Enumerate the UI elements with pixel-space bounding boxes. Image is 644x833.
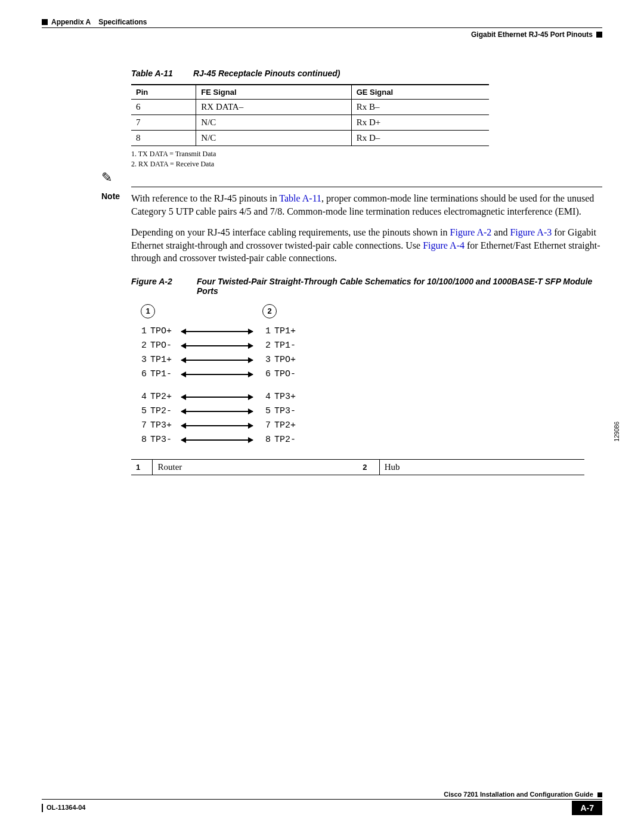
page-header: Appendix A Specifications [42, 18, 602, 28]
header-marker-icon [42, 19, 48, 25]
xref-figure-a3[interactable]: Figure A-3 [510, 227, 552, 237]
table-row: 6 RX DATA– Rx B– [131, 100, 489, 115]
cell-ge: Rx D– [351, 131, 489, 146]
xref-figure-a4[interactable]: Figure A-4 [423, 240, 465, 250]
page-number: A-7 [572, 801, 602, 815]
cell-ge: Rx B– [351, 100, 489, 115]
legend-key: 2 [358, 459, 379, 475]
col-ge-signal: GE Signal [351, 85, 489, 100]
page-footer: Cisco 7201 Installation and Configuratio… [42, 791, 602, 815]
double-arrow-icon [181, 439, 253, 441]
double-arrow-icon [181, 397, 253, 398]
table-title: RJ-45 Receptacle Pinouts continued) [193, 69, 340, 78]
para-text: Depending on your RJ-45 interface cablin… [131, 227, 450, 237]
table-row: 7 N/C Rx D+ [131, 115, 489, 131]
figure-title: Four Twisted-Pair Straight-Through Cable… [197, 277, 602, 296]
appendix-title: Specifications [98, 18, 147, 26]
doc-number: OL-11364-04 [47, 804, 85, 811]
wire-row: 4TP2+4TP3+ [137, 390, 602, 404]
wire-row: 3TP1+3TPO+ [137, 353, 602, 367]
col-fe-signal: FE Signal [196, 85, 351, 100]
legend-key: 1 [131, 459, 153, 475]
wire-row: 8TP3-8TP2- [137, 433, 602, 447]
wire-row: 1TPO+1TP1+ [137, 324, 602, 339]
artwork-number: 129086 [614, 422, 620, 441]
cell-ge: Rx D+ [351, 115, 489, 131]
wire-row: 2TPO-2TP1- [137, 339, 602, 353]
footnote: 1. TX DATA = Transmit Data [131, 150, 602, 159]
double-arrow-icon [181, 360, 253, 361]
section-title: Gigabit Ethernet RJ-45 Port Pinouts [471, 30, 593, 39]
table-caption: Table A-11 RJ-45 Receptacle Pinouts cont… [131, 69, 602, 78]
guide-title: Cisco 7201 Installation and Configuratio… [444, 791, 593, 798]
cell-fe: N/C [196, 131, 351, 146]
table-row: 8 N/C Rx D– [131, 131, 489, 146]
note-text: With reference to the RJ-45 pinouts in T… [131, 192, 602, 218]
endpoint-marker-1: 1 [141, 304, 155, 318]
double-arrow-icon [181, 374, 253, 375]
note-pre: With reference to the RJ-45 pinouts in [131, 193, 279, 203]
endpoint-marker-2: 2 [262, 304, 277, 318]
para-text: and [491, 227, 510, 237]
wire-row: 6TP1-6TPO- [137, 367, 602, 382]
note-label: Note [101, 191, 120, 201]
col-pin: Pin [131, 85, 196, 100]
table-footnotes: 1. TX DATA = Transmit Data 2. RX DATA = … [131, 150, 602, 169]
figure-number: Figure A-2 [131, 277, 197, 296]
pencil-icon: ✎ [101, 170, 112, 185]
figure-legend: 1 Router 2 Hub [131, 459, 584, 475]
body-paragraph: Depending on your RJ-45 interface cablin… [131, 226, 602, 265]
pinout-table: Pin FE Signal GE Signal 6 RX DATA– Rx B–… [131, 84, 489, 146]
footer-bar-icon [42, 804, 43, 812]
section-header: Gigabit Ethernet RJ-45 Port Pinouts [42, 30, 602, 39]
figure-caption: Figure A-2 Four Twisted-Pair Straight-Th… [131, 277, 602, 296]
cell-pin: 6 [131, 100, 196, 115]
double-arrow-icon [181, 425, 253, 426]
cable-schematic: 1 2 1TPO+1TP1+ 2TPO-2TP1- 3TP1+3TPO+ 6TP… [137, 304, 602, 447]
xref-table-a11[interactable]: Table A-11 [279, 193, 321, 203]
wire-row: 7TP3+7TP2+ [137, 419, 602, 433]
table-number: Table A-11 [131, 69, 191, 78]
cell-pin: 8 [131, 131, 196, 146]
appendix-label: Appendix A [51, 18, 91, 26]
footnote: 2. RX DATA = Receive Data [131, 160, 602, 169]
double-arrow-icon [181, 411, 253, 412]
cell-fe: N/C [196, 115, 351, 131]
double-arrow-icon [181, 331, 253, 332]
cell-fe: RX DATA– [196, 100, 351, 115]
wire-row: 5TP2-5TP3- [137, 404, 602, 419]
double-arrow-icon [181, 345, 253, 346]
section-marker-icon [596, 32, 602, 38]
legend-value: Router [153, 459, 358, 475]
footer-dot-icon [597, 792, 602, 797]
legend-value: Hub [379, 459, 584, 475]
xref-figure-a2[interactable]: Figure A-2 [450, 227, 492, 237]
cell-pin: 7 [131, 115, 196, 131]
